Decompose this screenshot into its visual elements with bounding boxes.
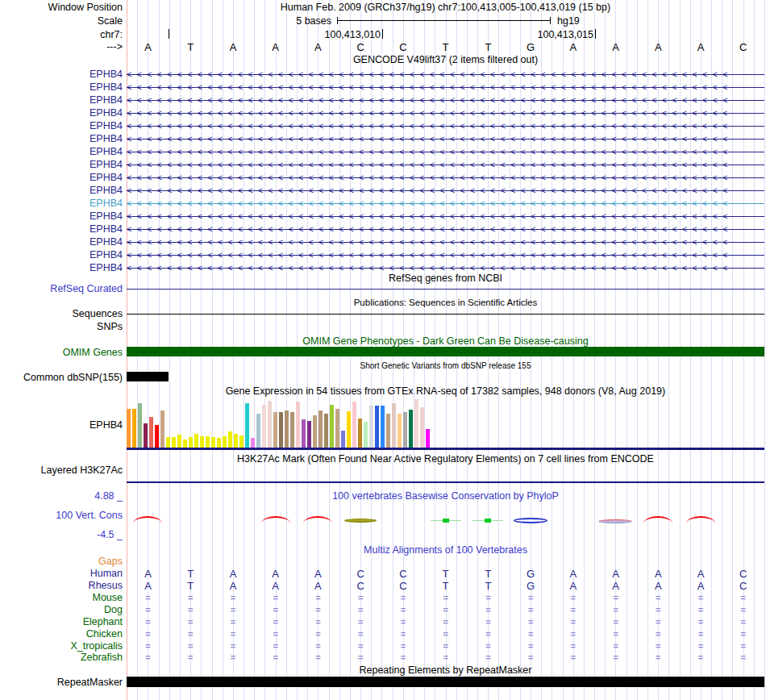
gtex-tissue-bar[interactable] <box>352 402 356 448</box>
gene-row[interactable]: <<<<<<<<<<<<<<<<<<<<<<<<<<<<<<<<<<<<<<<<… <box>0 106 766 119</box>
gtex-tissue-bar[interactable] <box>138 403 142 448</box>
gene-row[interactable]: <<<<<<<<<<<<<<<<<<<<<<<<<<<<<<<<<<<<<<<<… <box>0 119 766 132</box>
gene-label[interactable]: EPHB4 <box>0 210 123 222</box>
gene-label[interactable]: EPHB4 <box>0 223 123 235</box>
multiz-species-label[interactable]: Zebrafish <box>0 652 123 663</box>
gtex-tissue-bar[interactable] <box>313 415 317 448</box>
gtex-tissue-bar[interactable] <box>398 414 402 448</box>
gtex-tissue-bar[interactable] <box>307 421 311 448</box>
gtex-gene-label[interactable]: EPHB4 <box>0 419 123 431</box>
gene-row[interactable]: <<<<<<<<<<<<<<<<<<<<<<<<<<<<<<<<<<<<<<<<… <box>0 94 766 106</box>
gene-label[interactable]: EPHB4 <box>0 198 123 209</box>
omim-genes-label[interactable]: OMIM Genes <box>0 347 123 358</box>
gtex-tissue-bar[interactable] <box>302 419 306 448</box>
gtex-tissue-bar[interactable] <box>127 409 131 448</box>
sequences-label[interactable]: Sequences <box>0 308 123 319</box>
gtex-tissue-bar[interactable] <box>189 437 193 448</box>
gtex-tissue-bar[interactable] <box>296 402 300 448</box>
gene-row[interactable]: <<<<<<<<<<<<<<<<<<<<<<<<<<<<<<<<<<<<<<<<… <box>0 81 766 94</box>
gene-label[interactable]: EPHB4 <box>0 133 123 144</box>
gene-label[interactable]: EPHB4 <box>0 172 123 183</box>
omim-track-title[interactable]: OMIM Gene Phenotypes - Dark Green Can Be… <box>127 335 764 347</box>
gtex-tissue-bar[interactable] <box>132 409 136 448</box>
ruler-base[interactable]: A <box>594 41 637 53</box>
gene-row[interactable]: <<<<<<<<<<<<<<<<<<<<<<<<<<<<<<<<<<<<<<<<… <box>0 145 766 158</box>
gene-row[interactable]: <<<<<<<<<<<<<<<<<<<<<<<<<<<<<<<<<<<<<<<<… <box>0 171 766 184</box>
gtex-tissue-bar[interactable] <box>335 409 339 448</box>
refseq-track-line[interactable] <box>127 289 764 290</box>
gtex-tissue-bar[interactable] <box>160 410 164 448</box>
gtex-tissue-bar[interactable] <box>234 434 238 448</box>
gtex-tissue-bar[interactable] <box>211 437 215 448</box>
conservation-green-dash-glyph[interactable] <box>473 520 503 521</box>
multiz-species-label[interactable]: Gaps <box>0 556 123 567</box>
gtex-tissue-bar[interactable] <box>347 411 351 448</box>
gtex-tissue-bar[interactable] <box>172 437 176 448</box>
gtex-tissue-bar[interactable] <box>256 414 260 448</box>
dbsnp-track-title[interactable]: Short Genetic Variants from dbSNP releas… <box>127 361 764 370</box>
gtex-tissue-bar[interactable] <box>330 405 334 448</box>
gene-row[interactable]: <<<<<<<<<<<<<<<<<<<<<<<<<<<<<<<<<<<<<<<<… <box>0 132 766 145</box>
gtex-tissue-bar[interactable] <box>251 438 255 448</box>
gencode-track-title[interactable]: GENCODE V49lift37 (2 items filtered out) <box>127 54 764 65</box>
gene-row[interactable]: <<<<<<<<<<<<<<<<<<<<<<<<<<<<<<<<<<<<<<<<… <box>0 68 766 81</box>
repeatmasker-bar[interactable] <box>127 677 764 687</box>
ruler-base[interactable]: A <box>637 41 680 53</box>
ruler-base[interactable]: A <box>552 41 594 53</box>
gtex-tissue-bar[interactable] <box>200 436 204 448</box>
gtex-tissue-bar[interactable] <box>414 399 418 448</box>
gtex-tissue-bar[interactable] <box>375 406 379 448</box>
gtex-tissue-bar[interactable] <box>426 429 430 448</box>
gtex-tissue-bar[interactable] <box>386 414 390 448</box>
gtex-tissue-bar[interactable] <box>228 431 232 448</box>
gtex-tissue-bar[interactable] <box>206 436 210 448</box>
gtex-tissue-bar[interactable] <box>262 405 266 448</box>
phylop-track-title[interactable]: 100 vertebrates Basewise Conservation by… <box>127 490 764 502</box>
chromosome-label[interactable]: chr7: <box>0 29 123 40</box>
gtex-tissue-bar[interactable] <box>239 435 244 448</box>
gtex-tissue-bar[interactable] <box>369 406 373 448</box>
multiz-species-label[interactable]: Rhesus <box>0 580 123 591</box>
dbsnp-label[interactable]: Common dbSNP(155) <box>0 372 123 383</box>
ruler-base[interactable]: A <box>212 41 255 53</box>
gtex-tissue-bar[interactable] <box>144 423 148 448</box>
ruler-base[interactable]: C <box>339 41 382 53</box>
refseq-track-title[interactable]: RefSeq genes from NCBI <box>127 273 764 284</box>
repeatmasker-label[interactable]: RepeatMasker <box>0 677 123 688</box>
gtex-tissue-bar[interactable] <box>279 412 283 448</box>
ruler-base[interactable]: T <box>467 41 510 53</box>
gene-row[interactable]: <<<<<<<<<<<<<<<<<<<<<<<<<<<<<<<<<<<<<<<<… <box>0 184 766 197</box>
ruler-base[interactable]: T <box>424 41 467 53</box>
multiz-track-title[interactable]: Multiz Alignments of 100 Vertebrates <box>127 544 764 556</box>
snps-label[interactable]: SNPs <box>0 321 123 332</box>
phylop-label[interactable]: 100 Vert. Cons <box>0 510 123 521</box>
h3k27ac-label[interactable]: Layered H3K27Ac <box>0 465 123 476</box>
gene-label[interactable]: EPHB4 <box>0 81 123 93</box>
gene-row[interactable]: <<<<<<<<<<<<<<<<<<<<<<<<<<<<<<<<<<<<<<<<… <box>0 197 766 210</box>
multiz-species-label[interactable]: Chicken <box>0 628 123 640</box>
gtex-tissue-bar[interactable] <box>409 410 413 448</box>
gene-label[interactable]: EPHB4 <box>0 262 123 273</box>
conservation-olive-lens-glyph[interactable] <box>344 519 377 523</box>
gene-row[interactable]: <<<<<<<<<<<<<<<<<<<<<<<<<<<<<<<<<<<<<<<<… <box>0 235 766 248</box>
ruler-base[interactable]: G <box>510 41 552 53</box>
dbsnp-variant-bar[interactable] <box>127 372 169 381</box>
multiz-species-label[interactable]: Human <box>0 568 123 579</box>
gtex-tissue-bar[interactable] <box>285 410 289 448</box>
gtex-tissue-bar[interactable] <box>149 417 153 448</box>
gtex-track-title[interactable]: Gene Expression in 54 tissues from GTEx … <box>127 385 764 397</box>
gtex-tissue-bar[interactable] <box>324 414 328 448</box>
gtex-tissue-bar[interactable] <box>381 406 385 448</box>
ruler-base[interactable]: T <box>169 41 212 53</box>
gtex-tissue-bar[interactable] <box>358 419 362 448</box>
gtex-tissue-bar[interactable] <box>183 440 187 448</box>
gtex-tissue-bar[interactable] <box>223 436 227 448</box>
gtex-tissue-bar[interactable] <box>245 403 249 448</box>
conservation-green-dash-glyph[interactable] <box>431 520 461 521</box>
gene-label[interactable]: EPHB4 <box>0 94 123 106</box>
gene-label[interactable]: EPHB4 <box>0 120 123 131</box>
ruler-base[interactable]: C <box>381 41 424 53</box>
gene-label[interactable]: EPHB4 <box>0 249 123 260</box>
gene-label[interactable]: EPHB4 <box>0 236 123 248</box>
repeatmasker-track-title[interactable]: Repeating Elements by RepeatMasker <box>127 665 764 676</box>
